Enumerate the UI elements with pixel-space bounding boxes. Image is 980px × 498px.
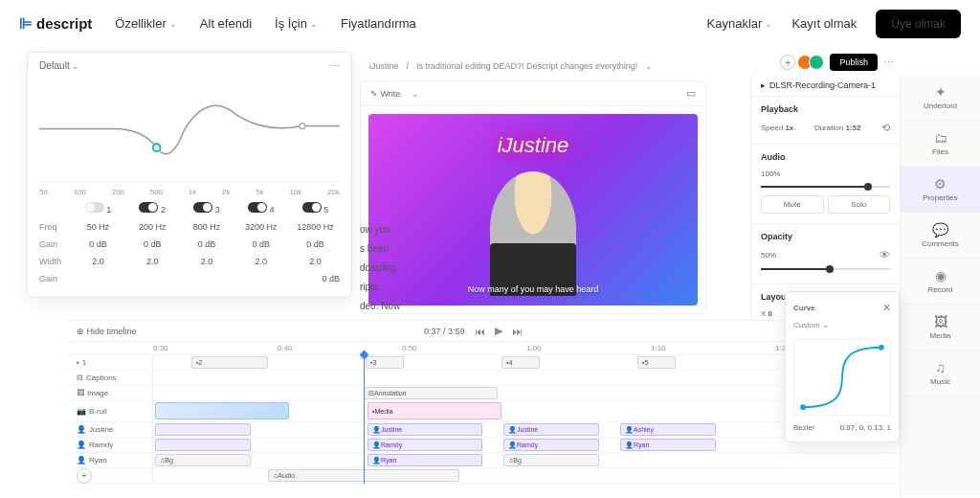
add-track-button[interactable]: + (77, 468, 92, 484)
breadcrumb-project[interactable]: iJustine (369, 61, 399, 71)
nav-pricing[interactable]: Fiyatlandırma (341, 16, 416, 31)
svg-point-2 (800, 404, 806, 410)
curve-type-select[interactable]: Custom (793, 321, 820, 329)
hide-timeline-button[interactable]: ⊕ Hide timeline (77, 327, 137, 336)
more-menu-icon[interactable]: ⋯ (883, 57, 894, 69)
brand-logo[interactable]: ⊫descript (19, 14, 92, 33)
nav-signup[interactable]: Kayıt olmak (791, 16, 857, 31)
cta-button[interactable]: Üye olmak (876, 10, 961, 38)
rail-properties[interactable]: ⚙Properties (901, 167, 980, 213)
nav-sub[interactable]: Alt efendi (200, 16, 252, 31)
playhead[interactable] (364, 355, 365, 484)
band-1-toggle[interactable] (85, 202, 104, 213)
neon-sign: iJustine (498, 133, 569, 158)
record-icon: ◉ (904, 268, 976, 283)
music-icon: ♫ (904, 360, 976, 375)
right-rail: ✦Underlord 🗂Files ⚙Properties 💬Comments … (900, 75, 980, 496)
nav-business[interactable]: İş İçin⌄ (275, 16, 318, 31)
waveform-clip[interactable] (155, 402, 289, 419)
chevron-down-icon: ⌄ (169, 19, 177, 29)
eq-panel: Default ⌄⋯ 501002005001k2k5k10k20k 1 2 3… (27, 52, 352, 298)
opacity-slider[interactable] (761, 268, 890, 270)
eq-curve-graph[interactable] (39, 77, 340, 182)
skip-back-icon[interactable]: ⏮ (475, 326, 485, 337)
curve-editor[interactable] (793, 339, 891, 416)
video-caption: Now many of you may have heard (468, 284, 599, 294)
solo-button[interactable]: Solo (828, 195, 891, 214)
bezier-value: 0.87, 0, 0.13, 1 (840, 423, 891, 432)
publish-button[interactable]: Publish (830, 54, 878, 71)
close-icon[interactable]: ✕ (882, 302, 891, 314)
audio-slider[interactable] (761, 186, 890, 188)
timeline-ruler[interactable]: 0:300:400:501:001:101:20 (67, 342, 900, 355)
nav-features[interactable]: Özellikler⌄ (115, 16, 176, 31)
mute-button[interactable]: Mute (761, 195, 824, 214)
rail-files[interactable]: 🗂Files (901, 121, 980, 167)
sparkle-icon: ✦ (904, 84, 976, 100)
band-4-toggle[interactable] (248, 202, 267, 213)
eq-master-gain: 0 dB (322, 274, 340, 283)
timeline: ⊕ Hide timeline 0:37 / 3:59 ⏮ ▶ ⏭ ▷ ✂ ◇ … (67, 320, 900, 498)
editor-panel: ✎ Write ⌄ ▭ iJustine Now many of you may… (360, 80, 706, 314)
logo-icon: ⊫ (19, 14, 33, 33)
script-text: ow yous beendcasting.ripts.deo. Now (360, 220, 400, 316)
timecode: 0:37 / 3:59 (424, 327, 465, 336)
avatar-group[interactable] (801, 55, 824, 70)
comment-icon: 💬 (904, 222, 976, 238)
chevron-down-icon: ⌄ (310, 19, 318, 29)
write-mode-button[interactable]: ✎ Write (370, 89, 400, 99)
rail-music[interactable]: ♫Music (901, 351, 980, 396)
chevron-down-icon: ⌄ (765, 19, 772, 29)
svg-point-1 (300, 124, 305, 129)
rail-comments[interactable]: 💬Comments (901, 213, 980, 259)
media-icon: 🖼 (904, 314, 976, 329)
layout-icon[interactable]: ▭ (686, 87, 696, 100)
band-3-toggle[interactable] (193, 202, 212, 213)
device-name: DLSR-Recording-Camera-1 (769, 80, 876, 90)
skip-forward-icon[interactable]: ⏭ (512, 326, 523, 337)
breadcrumb-title[interactable]: Is traditional editing DEAD?! Descript c… (416, 61, 637, 71)
sliders-icon: ⚙ (904, 176, 976, 192)
rail-media[interactable]: 🖼Media (901, 305, 980, 351)
breadcrumb: iJustine/Is traditional editing DEAD?! D… (360, 57, 706, 75)
play-icon[interactable]: ▶ (495, 325, 502, 337)
nav-resources[interactable]: Kaynaklar⌄ (707, 16, 773, 31)
eq-preset-select[interactable]: Default ⌄ (39, 60, 79, 73)
svg-point-0 (153, 144, 161, 151)
visibility-icon[interactable]: 👁 (880, 249, 890, 260)
camera-icon: ▸ (761, 80, 766, 90)
band-5-toggle[interactable] (302, 202, 322, 213)
curve-panel: Curve✕ Custom ⌄ Bezier0.87, 0, 0.13, 1 (785, 291, 900, 442)
files-icon: 🗂 (904, 130, 976, 146)
add-collaborator-button[interactable]: + (780, 55, 795, 70)
rail-record[interactable]: ◉Record (901, 259, 980, 305)
rail-underlord[interactable]: ✦Underlord (901, 75, 980, 121)
link-icon[interactable]: ⟲ (881, 122, 890, 134)
band-2-toggle[interactable] (139, 202, 158, 213)
video-preview[interactable]: iJustine Now many of you may have heard (368, 114, 698, 306)
eq-menu-icon[interactable]: ⋯ (329, 60, 340, 73)
svg-point-3 (879, 345, 884, 351)
top-navigation: ⊫descript Özellikler⌄ Alt efendi İş İçin… (0, 0, 980, 48)
curve-title: Curve (793, 304, 815, 312)
